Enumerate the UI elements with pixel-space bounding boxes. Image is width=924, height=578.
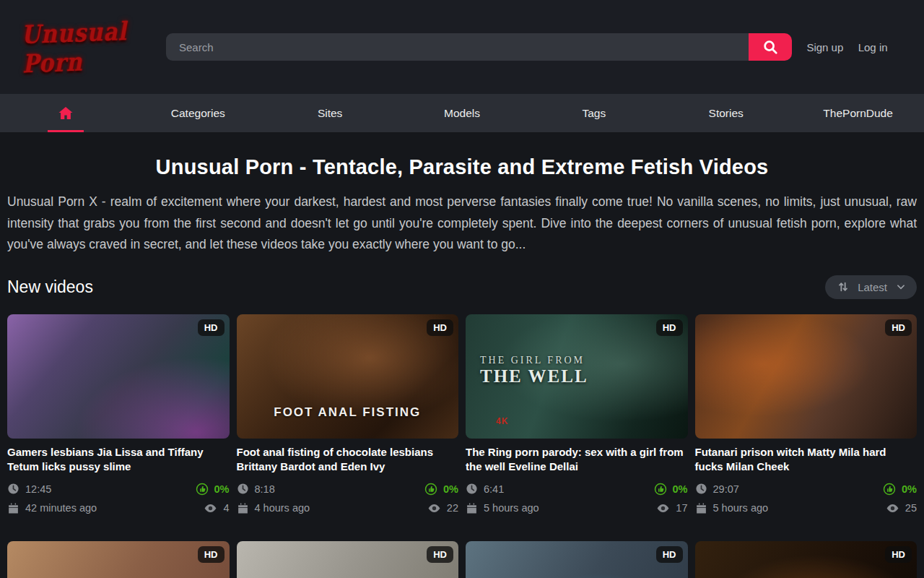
video-thumbnail[interactable]: HD xyxy=(695,541,918,578)
video-title[interactable]: Gamers lesbians Jia Lissa and Tiffany Te… xyxy=(7,445,230,474)
clock-icon xyxy=(7,483,19,495)
calendar-icon xyxy=(695,502,707,514)
video-meta: 6:41 0% 5 hours ago xyxy=(466,483,688,515)
nav-item-models[interactable]: Models xyxy=(396,94,528,132)
site-logo-text: Unusual Porn xyxy=(21,16,157,79)
search-icon xyxy=(762,39,778,55)
search-input[interactable] xyxy=(166,33,749,61)
video-card[interactable]: HD FOOT ANAL FISTING Foot anal fisting o… xyxy=(237,314,459,515)
video-card[interactable]: HD xyxy=(237,541,459,578)
thumbnail-quality-label: 4K xyxy=(496,416,508,426)
sort-dropdown[interactable]: Latest xyxy=(825,275,917,299)
eye-icon xyxy=(886,501,899,515)
video-thumbnail[interactable]: HD xyxy=(237,541,459,578)
video-card[interactable]: HD xyxy=(7,541,230,578)
video-title[interactable]: The Ring porn parody: sex with a girl fr… xyxy=(466,445,688,474)
video-meta: 12:45 0% 42 minutes ago xyxy=(7,483,230,515)
hd-badge: HD xyxy=(198,319,225,336)
video-age: 5 hours ago xyxy=(713,502,769,514)
video-thumbnail[interactable]: HD xyxy=(695,314,918,439)
video-age: 5 hours ago xyxy=(484,502,539,514)
video-title[interactable]: Futanari prison witch Matty Mila hard fu… xyxy=(695,445,918,474)
hd-badge: HD xyxy=(656,546,683,563)
login-link[interactable]: Log in xyxy=(858,41,888,53)
eye-icon xyxy=(427,501,441,515)
clock-icon xyxy=(695,483,707,495)
hd-badge: HD xyxy=(198,546,225,563)
nav-item-home[interactable] xyxy=(0,94,132,132)
section-head: New videos Latest xyxy=(7,275,917,299)
thumbs-up-icon xyxy=(654,483,667,496)
video-rating: 0% xyxy=(443,483,458,495)
video-duration: 6:41 xyxy=(484,483,504,495)
hd-badge: HD xyxy=(885,319,912,336)
video-rating: 0% xyxy=(214,483,230,495)
video-rating: 0% xyxy=(673,483,688,495)
auth-links: Sign up Log in xyxy=(792,41,902,53)
video-thumbnail[interactable]: HD FOOT ANAL FISTING xyxy=(237,314,459,439)
video-card[interactable]: HD Gamers lesbians Jia Lissa and Tiffany… xyxy=(7,314,230,515)
clock-icon xyxy=(466,483,478,495)
chevron-down-icon xyxy=(896,282,906,292)
video-views: 22 xyxy=(447,502,458,514)
video-thumbnail[interactable]: HD xyxy=(7,314,230,439)
page-description: Unusual Porn X - realm of excitement whe… xyxy=(7,191,917,256)
video-grid: HD Gamers lesbians Jia Lissa and Tiffany… xyxy=(7,314,917,578)
video-views: 4 xyxy=(223,502,229,514)
video-meta: 8:18 0% 4 hours ago xyxy=(237,483,459,515)
section-title: New videos xyxy=(7,277,93,297)
signup-link[interactable]: Sign up xyxy=(806,41,843,53)
video-rating: 0% xyxy=(902,483,917,495)
search-bar xyxy=(166,33,792,61)
thumbnail-caption: FOOT ANAL FISTING xyxy=(237,405,459,420)
video-age: 42 minutes ago xyxy=(25,502,97,514)
calendar-icon xyxy=(7,502,19,514)
video-views: 25 xyxy=(905,502,917,514)
calendar-icon xyxy=(237,502,249,514)
video-thumbnail[interactable]: HD THE GIRL FROM THE WELL 4K xyxy=(466,314,688,439)
sort-icon xyxy=(837,281,849,293)
video-card[interactable]: HD THE GIRL FROM THE WELL 4K The Ring po… xyxy=(466,314,688,515)
calendar-icon xyxy=(466,502,478,514)
video-thumbnail[interactable]: HD xyxy=(7,541,230,578)
video-duration: 29:07 xyxy=(713,483,739,495)
hd-badge: HD xyxy=(885,546,912,563)
video-meta: 29:07 0% 5 hours ago xyxy=(695,483,918,515)
nav-item-theporndude[interactable]: ThePornDude xyxy=(792,94,924,132)
video-thumbnail[interactable]: HD xyxy=(466,541,688,578)
nav-item-categories[interactable]: Categories xyxy=(132,94,264,132)
video-card[interactable]: HD xyxy=(695,541,918,578)
home-icon xyxy=(57,105,74,122)
video-card[interactable]: HD xyxy=(466,541,688,578)
video-views: 17 xyxy=(676,502,687,514)
thumbs-up-icon xyxy=(424,483,437,496)
thumbnail-poster-title: THE GIRL FROM THE WELL xyxy=(480,355,588,387)
main-nav: Categories Sites Models Tags Stories The… xyxy=(0,94,924,132)
nav-item-sites[interactable]: Sites xyxy=(264,94,396,132)
hd-badge: HD xyxy=(427,319,453,336)
site-logo[interactable]: Unusual Porn xyxy=(22,22,155,72)
video-title[interactable]: Foot anal fisting of chocolate lesbians … xyxy=(237,445,459,474)
video-card[interactable]: HD Futanari prison witch Matty Mila hard… xyxy=(695,314,918,515)
eye-icon xyxy=(204,501,217,515)
thumbs-up-icon xyxy=(196,483,209,496)
hd-badge: HD xyxy=(427,546,453,563)
page-title: Unusual Porn - Tentacle, Parasite and Ex… xyxy=(0,155,924,179)
video-duration: 8:18 xyxy=(255,483,275,495)
thumbs-up-icon xyxy=(883,483,896,496)
video-duration: 12:45 xyxy=(25,483,51,495)
video-age: 4 hours ago xyxy=(255,502,310,514)
clock-icon xyxy=(237,483,249,495)
sort-label: Latest xyxy=(858,281,887,293)
site-header: Unusual Porn Sign up Log in xyxy=(0,0,924,94)
nav-item-stories[interactable]: Stories xyxy=(660,94,792,132)
hd-badge: HD xyxy=(656,319,683,336)
eye-icon xyxy=(656,501,670,515)
search-button[interactable] xyxy=(749,33,792,61)
nav-item-tags[interactable]: Tags xyxy=(528,94,660,132)
